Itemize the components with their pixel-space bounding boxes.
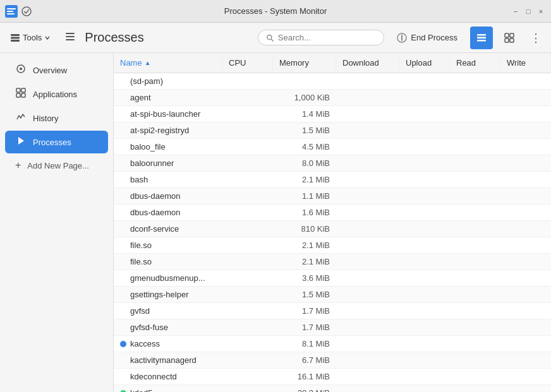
process-indicator — [120, 160, 126, 167]
end-process-button[interactable]: End Process — [389, 29, 465, 47]
process-read — [450, 259, 500, 265]
column-header-download[interactable]: Download — [336, 53, 399, 73]
table-row[interactable]: gsettings-helper 1.5 MiB — [114, 287, 551, 303]
chevron-down-icon — [44, 35, 51, 41]
svg-rect-10 — [66, 39, 75, 40]
table-row[interactable]: agent 1,000 KiB — [114, 90, 551, 106]
table-row[interactable]: baloo_file 4.5 MiB — [114, 139, 551, 155]
process-upload — [399, 341, 450, 347]
maximize-button[interactable]: □ — [523, 6, 533, 16]
add-new-page-label: Add New Page... — [27, 161, 89, 170]
sidebar-item-overview[interactable]: Overview — [5, 59, 108, 81]
table-row[interactable]: (sd-pam) — [114, 73, 551, 90]
more-icon: ⋮ — [530, 31, 542, 45]
process-memory: 2.1 MiB — [273, 172, 336, 187]
process-read — [450, 177, 500, 183]
process-cpu — [222, 390, 273, 393]
process-upload — [399, 324, 450, 331]
table-row[interactable]: file.so 2.1 MiB — [114, 254, 551, 270]
process-read — [450, 144, 500, 150]
svg-rect-5 — [11, 34, 20, 36]
process-download — [336, 390, 399, 393]
svg-rect-15 — [477, 34, 486, 36]
process-read — [450, 210, 500, 216]
table-row[interactable]: gmenudbusmenup... 3.6 MiB — [114, 270, 551, 287]
process-read — [450, 390, 500, 393]
process-download — [336, 210, 399, 216]
table-row[interactable]: dbus-daemon 1.6 MiB — [114, 205, 551, 221]
grid-view-button[interactable] — [498, 27, 521, 49]
process-download — [336, 275, 399, 282]
column-header-read[interactable]: Read — [450, 53, 500, 73]
process-memory: 1,000 KiB — [273, 90, 336, 105]
sidebar-item-history[interactable]: History — [5, 107, 108, 129]
svg-rect-9 — [66, 36, 75, 37]
process-write — [500, 374, 551, 380]
hamburger-button[interactable] — [61, 27, 80, 49]
process-memory: 810 KiB — [273, 221, 336, 237]
process-download — [336, 357, 399, 364]
process-memory: 2.1 MiB — [273, 254, 336, 270]
process-read — [450, 128, 500, 134]
process-cpu — [222, 374, 273, 380]
column-header-name[interactable]: Name ▲ — [114, 53, 222, 73]
process-indicator — [120, 144, 126, 150]
table-row[interactable]: gvfsd-fuse 1.7 MiB — [114, 319, 551, 336]
process-download — [336, 95, 399, 101]
column-header-memory[interactable]: Memory — [273, 53, 336, 73]
end-process-label: End Process — [411, 33, 457, 42]
process-read — [450, 275, 500, 282]
table-row[interactable]: at-spi-bus-launcher 1.4 MiB — [114, 106, 551, 122]
process-name: kdeconnectd — [114, 369, 222, 384]
process-indicator — [120, 259, 126, 265]
svg-rect-21 — [510, 39, 514, 42]
process-upload — [399, 128, 450, 134]
svg-rect-3 — [7, 13, 15, 15]
sidebar-item-label-history: History — [33, 114, 58, 123]
search-input[interactable] — [278, 33, 376, 42]
table-row[interactable]: kactivitymanagerd 6.7 MiB — [114, 352, 551, 369]
table-row[interactable]: file.so 2.1 MiB — [114, 237, 551, 254]
process-write — [500, 111, 551, 117]
table-row[interactable]: baloorunner 8.0 MiB — [114, 155, 551, 172]
process-name: kded5 — [114, 385, 222, 392]
more-options-button[interactable]: ⋮ — [526, 28, 546, 48]
process-memory: 16.1 MiB — [273, 369, 336, 384]
close-button[interactable]: × — [536, 6, 546, 16]
table-row[interactable]: gvfsd 1.7 MiB — [114, 303, 551, 319]
tools-menu-button[interactable]: Tools — [5, 30, 56, 45]
add-new-page-item[interactable]: + Add New Page... — [5, 155, 108, 176]
table-row[interactable]: bash 2.1 MiB — [114, 172, 551, 188]
list-view-button[interactable] — [470, 27, 493, 49]
process-name: (sd-pam) — [114, 73, 222, 89]
column-header-cpu[interactable]: CPU — [222, 53, 273, 73]
process-read — [450, 292, 500, 298]
process-write — [500, 144, 551, 150]
column-header-write[interactable]: Write — [500, 53, 551, 73]
process-upload — [399, 144, 450, 150]
process-write — [500, 210, 551, 216]
process-read — [450, 78, 500, 85]
window-controls: − □ × — [511, 6, 546, 16]
process-cpu — [222, 308, 273, 314]
sidebar-item-applications[interactable]: Applications — [5, 83, 108, 105]
svg-rect-6 — [11, 37, 20, 39]
process-memory: 1.7 MiB — [273, 303, 336, 319]
svg-marker-28 — [18, 137, 24, 145]
table-row[interactable]: dbus-daemon 1.1 MiB — [114, 188, 551, 205]
process-write — [500, 259, 551, 265]
table-row[interactable]: kded5 20.3 MiB — [114, 385, 551, 392]
sidebar-item-processes[interactable]: Processes — [5, 131, 108, 153]
svg-rect-2 — [7, 11, 13, 12]
title-bar: Processes - System Monitor − □ × — [0, 0, 551, 23]
table-row[interactable]: kaccess 8.1 MiB — [114, 336, 551, 352]
table-row[interactable]: dconf-service 810 KiB — [114, 221, 551, 237]
table-row[interactable]: at-spi2-registryd 1.5 MiB — [114, 122, 551, 139]
process-upload — [399, 259, 450, 265]
column-header-upload[interactable]: Upload — [399, 53, 450, 73]
process-download — [336, 111, 399, 117]
minimize-button[interactable]: − — [511, 6, 521, 16]
table-row[interactable]: kdeconnectd 16.1 MiB — [114, 369, 551, 385]
process-upload — [399, 193, 450, 199]
process-read — [450, 193, 500, 199]
